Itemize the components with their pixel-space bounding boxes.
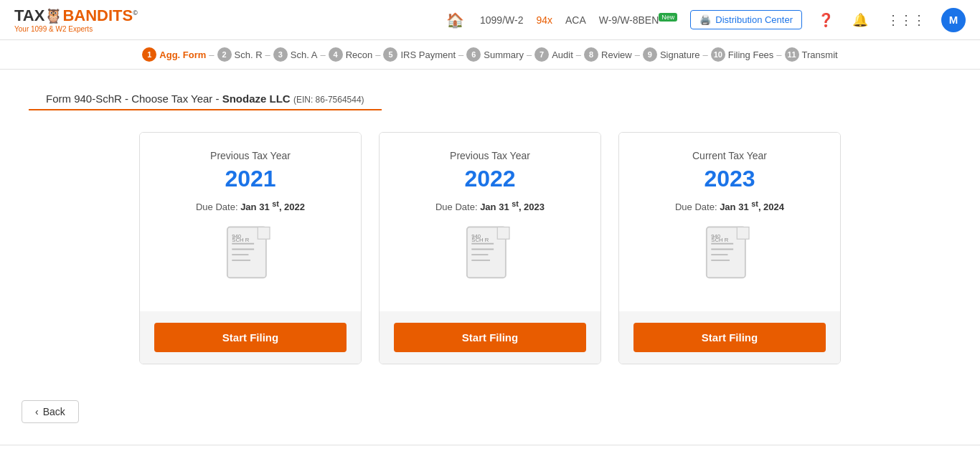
step-label-3: Sch. A (291, 49, 318, 60)
header-nav: 🏠 1099/W-2 94x ACA W-9/W-8BENNew 🖨️ Dist… (166, 8, 966, 32)
step-label-5: IRS Payment (400, 49, 456, 60)
grid-menu-button[interactable]: ⋮⋮⋮ (884, 9, 928, 31)
step-8[interactable]: 8 Review (584, 47, 632, 62)
form-icon-2021: 940 SCH R (222, 225, 279, 290)
step-label-4: Recon (346, 49, 373, 60)
nav-aca[interactable]: ACA (565, 14, 586, 26)
help-button[interactable]: ❓ (815, 9, 837, 31)
step-9[interactable]: 9 Signature (643, 47, 700, 62)
home-button[interactable]: 🏠 (443, 9, 467, 32)
step-num-9: 9 (643, 47, 657, 62)
card-body-2022: Previous Tax Year 2022 Due Date: Jan 31 … (380, 133, 600, 311)
step-num-6: 6 (466, 47, 481, 62)
svg-rect-9 (497, 227, 509, 240)
step-label-6: Summary (484, 49, 524, 60)
step-label-10: Filing Fees (728, 49, 774, 60)
printer-icon: 🖨️ (699, 14, 711, 25)
svg-rect-17 (737, 227, 749, 240)
card-footer-2022: Start Filing (380, 311, 600, 364)
step-num-1: 1 (142, 47, 156, 62)
card-footer-2021: Start Filing (140, 311, 361, 364)
card-year-2022: 2022 (394, 166, 586, 192)
step-num-3: 3 (273, 47, 288, 62)
step-label-2: Sch. R (235, 49, 263, 60)
page-title: Form 940-SchR - Choose Tax Year - Snodaz… (46, 93, 364, 105)
form-icon-2023: 940 SCH R (701, 225, 758, 290)
step-4[interactable]: 4 Recon (329, 47, 373, 62)
start-filing-2023[interactable]: Start Filing (633, 323, 826, 352)
step-num-10: 10 (711, 47, 725, 62)
logo-subtitle: Your 1099 & W2 Experts (14, 25, 93, 33)
step-5[interactable]: 5 IRS Payment (383, 47, 456, 62)
step-label-11: Transmit (802, 49, 838, 60)
svg-text:SCH R: SCH R (711, 237, 728, 243)
start-filing-2022[interactable]: Start Filing (394, 323, 586, 352)
card-type-label-2023: Current Tax Year (633, 150, 826, 161)
avatar[interactable]: M (941, 8, 966, 32)
card-footer-2023: Start Filing (619, 311, 840, 364)
card-due-2023: Due Date: Jan 31 st, 2024 (633, 199, 826, 212)
chevron-left-icon: ‹ (35, 406, 39, 417)
page-title-wrapper: Form 940-SchR - Choose Tax Year - Snodaz… (0, 70, 980, 110)
logo[interactable]: TAX🦉BANDITS© (14, 6, 138, 25)
step-label-9: Signature (660, 49, 700, 60)
step-6[interactable]: 6 Summary (466, 47, 524, 62)
step-1[interactable]: 1 Agg. Form (142, 47, 206, 62)
step-num-2: 2 (217, 47, 232, 62)
svg-text:SCH R: SCH R (232, 237, 249, 243)
step-num-8: 8 (584, 47, 598, 62)
stepper: 1 Agg. Form – 2 Sch. R – 3 Sch. A – 4 Re… (0, 40, 980, 70)
cards-area: Previous Tax Year 2021 Due Date: Jan 31 … (0, 110, 980, 386)
step-3[interactable]: 3 Sch. A (273, 47, 318, 62)
step-num-5: 5 (383, 47, 397, 62)
step-label-8: Review (601, 49, 632, 60)
nav-94x[interactable]: 94x (536, 14, 552, 26)
nav-w9w8ben[interactable]: W-9/W-8BENNew (599, 14, 678, 26)
svg-text:SCH R: SCH R (471, 237, 489, 243)
form-icon-2022: 940 SCH R (461, 225, 519, 290)
card-due-2022: Due Date: Jan 31 st, 2023 (394, 199, 586, 212)
step-num-7: 7 (534, 47, 549, 62)
card-body-2021: Previous Tax Year 2021 Due Date: Jan 31 … (140, 133, 361, 311)
nav-1099w2[interactable]: 1099/W-2 (480, 14, 523, 26)
step-label-7: Audit (552, 49, 573, 60)
svg-rect-1 (258, 227, 270, 240)
card-year-2021: 2021 (154, 166, 347, 192)
tax-card-2022: Previous Tax Year 2022 Due Date: Jan 31 … (379, 132, 601, 364)
distribution-center-button[interactable]: 🖨️ Distribution Center (690, 10, 802, 29)
back-button[interactable]: ‹ Back (22, 400, 79, 423)
header: TAX🦉BANDITS© Your 1099 & W2 Experts 🏠 10… (0, 0, 980, 40)
footer: © 2023 TaxBandits.com, Span Enterprises … (0, 445, 980, 454)
page-title-area: Form 940-SchR - Choose Tax Year - Snodaz… (29, 82, 382, 110)
card-due-2021: Due Date: Jan 31 st, 2022 (154, 199, 347, 212)
step-num-11: 11 (785, 47, 799, 62)
logo-area: TAX🦉BANDITS© Your 1099 & W2 Experts (14, 6, 138, 33)
tax-card-2023: Current Tax Year 2023 Due Date: Jan 31 s… (618, 132, 841, 364)
start-filing-2021[interactable]: Start Filing (154, 323, 347, 352)
step-11[interactable]: 11 Transmit (785, 47, 838, 62)
card-year-2023: 2023 (633, 166, 826, 192)
card-body-2023: Current Tax Year 2023 Due Date: Jan 31 s… (619, 133, 840, 311)
card-type-label-2021: Previous Tax Year (154, 150, 347, 161)
step-label-1: Agg. Form (159, 49, 206, 60)
step-10[interactable]: 10 Filing Fees (711, 47, 774, 62)
step-7[interactable]: 7 Audit (534, 47, 573, 62)
step-2[interactable]: 2 Sch. R (217, 47, 263, 62)
tax-card-2021: Previous Tax Year 2021 Due Date: Jan 31 … (139, 132, 362, 364)
step-num-4: 4 (329, 47, 343, 62)
card-type-label-2022: Previous Tax Year (394, 150, 586, 161)
back-area: ‹ Back (0, 386, 980, 438)
new-badge: New (659, 13, 677, 22)
notifications-button[interactable]: 🔔 (849, 9, 871, 31)
